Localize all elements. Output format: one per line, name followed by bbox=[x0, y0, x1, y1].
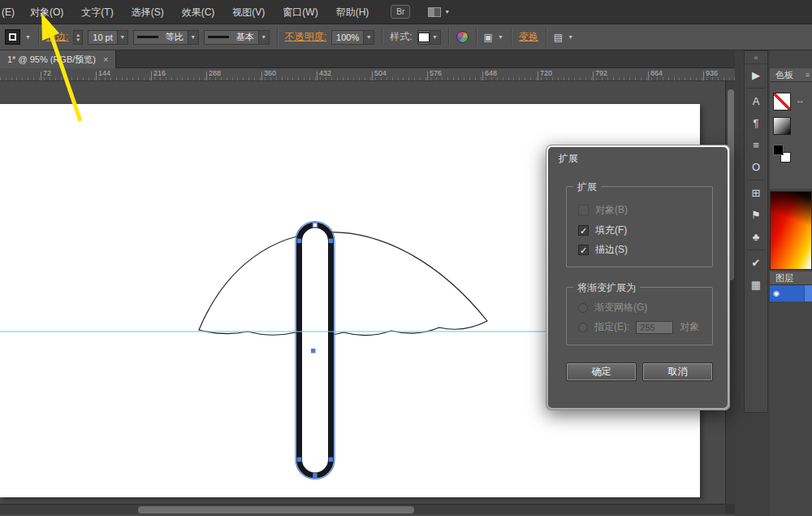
menu-item-object[interactable]: 对象(O) bbox=[21, 0, 72, 24]
swatches-panel-title: 色板 bbox=[775, 70, 793, 80]
visibility-eye-icon[interactable]: ◉ bbox=[773, 289, 780, 297]
width-profile-combo[interactable]: 等比 ▼ bbox=[133, 30, 199, 45]
opacity-combo[interactable]: 100% ▼ bbox=[331, 30, 374, 45]
close-icon[interactable]: × bbox=[103, 54, 108, 64]
horizontal-scrollbar[interactable] bbox=[0, 504, 725, 514]
select-similar-icon[interactable]: ▣ bbox=[484, 32, 493, 43]
stroke-weight-value: 10 pt bbox=[89, 33, 116, 42]
collapsed-panel-strip: « ▶ A ¶ ≡ O ⊞ ⚑ ♣ ✔ ▦ bbox=[744, 50, 768, 413]
cancel-button[interactable]: 取消 bbox=[642, 362, 713, 381]
app-window: (E) 对象(O) 文字(T) 选择(S) 效果(C) 视图(V) 窗口(W) … bbox=[0, 0, 812, 516]
fill-color-icon[interactable] bbox=[5, 29, 20, 45]
panel-menu-icon[interactable]: ≡ bbox=[806, 71, 810, 79]
chevron-down-icon[interactable]: ▼ bbox=[188, 31, 198, 44]
opacity-panel-link[interactable]: 不透明度: bbox=[285, 30, 326, 44]
control-bar: ▼ 描边: ▲ ▼ 10 pt ▼ 等比 ▼ 基本 ▼ 不透明度: 100% ▼… bbox=[0, 24, 812, 50]
menu-item-window[interactable]: 窗口(W) bbox=[274, 0, 326, 24]
scrollbar-thumb[interactable] bbox=[138, 506, 414, 514]
stroke-weight-combo[interactable]: 10 pt ▼ bbox=[88, 30, 127, 45]
chevron-down-icon[interactable]: ▼ bbox=[117, 31, 127, 44]
divider bbox=[511, 28, 512, 46]
menu-item-select[interactable]: 选择(S) bbox=[123, 0, 173, 24]
fill-proxy-swatch[interactable] bbox=[773, 145, 784, 155]
dock-panel-button-2[interactable]: A bbox=[745, 90, 767, 112]
chevron-down-icon[interactable]: ▼ bbox=[568, 34, 573, 40]
divider bbox=[546, 28, 546, 46]
document-title: 1* @ 95% (RGB/预览) bbox=[7, 54, 96, 66]
menu-item-edit[interactable]: (E) bbox=[0, 0, 21, 24]
menu-item-help[interactable]: 帮助(H) bbox=[327, 0, 378, 24]
gradient-mesh-radio[interactable] bbox=[578, 303, 588, 313]
stroke-panel-link[interactable]: 描边: bbox=[46, 30, 68, 44]
specify-suffix-label: 对象 bbox=[680, 320, 699, 334]
dock-panel-button-8[interactable]: ♣ bbox=[745, 226, 767, 248]
chevron-down-icon[interactable]: ▼ bbox=[498, 34, 503, 40]
menu-item-view[interactable]: 视图(V) bbox=[223, 0, 274, 24]
swap-colors-icon[interactable]: ↔ bbox=[796, 95, 805, 105]
layers-panel-tab[interactable]: 图层 bbox=[770, 271, 812, 285]
dock-panel-button-9[interactable]: ✔ bbox=[745, 252, 767, 274]
menu-item-type[interactable]: 文字(T) bbox=[72, 0, 122, 24]
divider bbox=[747, 180, 765, 180]
divider bbox=[382, 28, 382, 46]
specify-radio[interactable] bbox=[578, 323, 588, 332]
brush-definition-combo[interactable]: 基本 ▼ bbox=[204, 30, 270, 45]
graphic-style-combo[interactable]: ▼ bbox=[417, 30, 441, 45]
color-spectrum[interactable] bbox=[770, 191, 812, 270]
character-a-icon: A bbox=[753, 95, 760, 107]
layer-row-selected[interactable]: ◉ bbox=[770, 285, 812, 301]
dock-panel-button-5[interactable]: O bbox=[745, 156, 767, 178]
object-checkbox[interactable] bbox=[578, 205, 589, 215]
none-swatch[interactable] bbox=[773, 93, 791, 111]
swatch-grid-icon: ▦ bbox=[751, 279, 761, 291]
stroke-weight-stepper[interactable]: ▲ ▼ bbox=[73, 30, 83, 45]
workspace-switcher[interactable]: ▼ bbox=[428, 7, 450, 17]
align-boxes-icon[interactable]: ▤ bbox=[554, 32, 563, 43]
brush-definition-value: 基本 bbox=[232, 31, 258, 43]
gradient-swatch[interactable] bbox=[773, 117, 791, 135]
recolor-artwork-icon[interactable] bbox=[456, 31, 469, 43]
flag-icon: ⚑ bbox=[751, 209, 761, 221]
panel-column: 色板 ≡ ↔ 图层 ◉ bbox=[770, 50, 812, 516]
option-row: 渐变网格(G) bbox=[578, 301, 647, 314]
chevron-down-icon[interactable]: ▼ bbox=[258, 31, 269, 44]
specify-objects-input[interactable] bbox=[636, 321, 673, 334]
divider bbox=[448, 28, 449, 46]
dock-panel-button-4[interactable]: ≡ bbox=[745, 134, 767, 156]
specify-label[interactable]: 指定(E): bbox=[594, 320, 629, 334]
fill-checkbox-label[interactable]: 填充(F) bbox=[595, 223, 627, 237]
check-icon: ✓ bbox=[580, 226, 587, 236]
divider bbox=[277, 28, 278, 46]
stroke-checkbox[interactable]: ✓ bbox=[578, 245, 589, 255]
gradient-mesh-label[interactable]: 渐变网格(G) bbox=[594, 301, 647, 314]
horizontal-ruler[interactable]: 72 144 216 288 360 432 504 576 648 720 7… bbox=[0, 68, 735, 81]
option-row: 指定(E): 对象 bbox=[578, 320, 699, 334]
width-profile-value: 等比 bbox=[162, 31, 188, 43]
chevron-down-icon[interactable]: ▼ bbox=[430, 31, 440, 44]
play-icon: ▶ bbox=[752, 69, 760, 81]
club-icon: ♣ bbox=[753, 231, 760, 243]
expand-options-group: 扩展 对象(B) ✓ 填充(F) ✓ 描边(S) bbox=[566, 186, 713, 267]
object-checkbox-label[interactable]: 对象(B) bbox=[595, 203, 628, 217]
dock-panel-button-7[interactable]: ⚑ bbox=[745, 204, 767, 226]
transform-panel-link[interactable]: 变换 bbox=[519, 30, 538, 44]
stroke-checkbox-label[interactable]: 描边(S) bbox=[595, 243, 628, 257]
dock-panel-button-10[interactable]: ▦ bbox=[745, 274, 767, 296]
collapse-dock-button[interactable]: « bbox=[745, 51, 767, 64]
dock-panel-button-3[interactable]: ¶ bbox=[745, 112, 767, 134]
bridge-icon[interactable]: Br bbox=[391, 5, 410, 19]
expand-gradient-group: 将渐变扩展为 渐变网格(G) 指定(E): 对象 bbox=[566, 287, 713, 345]
menu-item-effect[interactable]: 效果(C) bbox=[173, 0, 224, 24]
divider bbox=[38, 28, 39, 46]
swatches-panel-tab[interactable]: 色板 ≡ bbox=[770, 68, 812, 82]
ok-button[interactable]: 确定 bbox=[566, 362, 637, 381]
document-tab[interactable]: 1* @ 95% (RGB/预览) × bbox=[0, 50, 116, 68]
letter-o-icon: O bbox=[752, 161, 760, 173]
chevron-down-icon[interactable]: ▼ bbox=[363, 31, 374, 44]
divider bbox=[747, 249, 765, 250]
opacity-value: 100% bbox=[332, 33, 363, 42]
dock-panel-button-1[interactable]: ▶ bbox=[745, 64, 767, 86]
chevron-down-icon[interactable]: ▼ bbox=[25, 34, 31, 40]
fill-checkbox[interactable]: ✓ bbox=[578, 225, 589, 236]
dock-panel-button-6[interactable]: ⊞ bbox=[745, 182, 767, 204]
